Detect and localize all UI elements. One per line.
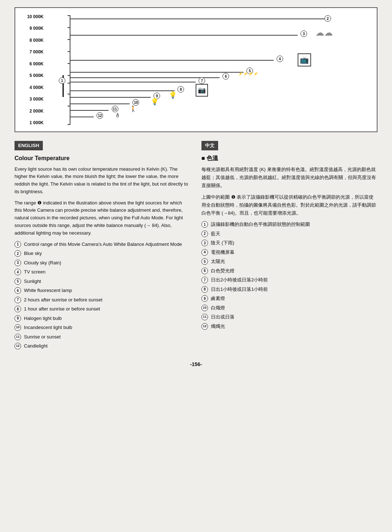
kelvin-6000: 6 000K — [22, 61, 44, 67]
kelvin-7000: 7 000K — [22, 49, 44, 55]
item-num-8: 8 — [15, 306, 21, 312]
list-item-zh: 5 太陽光 — [201, 258, 377, 265]
tv-icon: 📺 — [298, 53, 311, 66]
list-item: 2 Blue sky — [15, 250, 191, 257]
list-item: 9 Halogen light bulb — [15, 315, 191, 322]
list-item: 12 Candlelight — [15, 342, 191, 350]
item-num-1: 1 — [15, 241, 21, 248]
list-item: 8 1 hour after sunrise or before sunset — [15, 305, 191, 313]
list-item-zh: 6 白色熒光燈 — [201, 267, 377, 275]
item-num-2: 2 — [15, 250, 21, 257]
list-item: 4 TV screen — [15, 268, 191, 276]
line-10 — [70, 103, 130, 104]
circle-1-diagram: 1 — [59, 77, 65, 84]
v-axis — [70, 15, 70, 124]
zh-num-10: 10 — [201, 305, 208, 311]
list-item-zh: 7 日出2小時後或日落2小時前 — [201, 276, 377, 284]
tick-8000 — [68, 39, 70, 40]
text-section: ENGLISH Colour Temperature Every light s… — [15, 141, 377, 352]
kelvin-8000: 8 000K — [22, 37, 44, 44]
item-text-1: Control range of this Movie Camera's Aut… — [24, 241, 191, 248]
zh-text-2: 藍天 — [211, 230, 377, 237]
kelvin-3000: 3 000K — [22, 96, 44, 102]
list-item: 1 Control range of this Movie Camera's A… — [15, 241, 191, 248]
item-text-10: Incandescent light bulb — [24, 324, 191, 331]
item-num-10: 10 — [15, 324, 21, 331]
line-5 — [70, 72, 244, 73]
zh-text-7: 日出2小時後或日落2小時前 — [211, 276, 377, 284]
item-text-3: Cloudy sky (Rain) — [24, 259, 191, 267]
item-text-6: White fluorescent lamp — [24, 287, 191, 294]
circle-4-diagram: 4 — [277, 56, 283, 62]
tick-2000 — [68, 106, 70, 106]
line-2 — [70, 19, 324, 19]
bulb-icon-10: 💡 — [151, 97, 159, 107]
kelvin-5000: 5 000K — [22, 72, 44, 79]
zh-num-5: 5 — [201, 258, 208, 265]
cloud-icon: ☁☁ — [315, 26, 333, 39]
list-item-zh: 11 日出或日落 — [201, 313, 377, 321]
page: 10 000K 9 000K 8 000K 7 000K 6 000K 5 00… — [0, 0, 392, 532]
circle-8-diagram: 8 — [177, 86, 184, 93]
item-num-11: 11 — [15, 334, 21, 340]
zh-text-6: 白色熒光燈 — [211, 267, 377, 275]
list-item: 6 White fluorescent lamp — [15, 287, 191, 294]
english-title: Colour Temperature — [15, 154, 191, 163]
zh-num-1: 1 — [201, 221, 208, 228]
zh-num-8: 8 — [201, 286, 208, 293]
circle-7-diagram: 7 — [199, 77, 205, 84]
kelvin-4000: 4 000K — [22, 84, 44, 91]
item-text-7: 2 hours after sunrise or before sunset — [24, 296, 191, 304]
circle-6-diagram: 6 — [222, 73, 229, 80]
list-item-zh: 2 藍天 — [201, 230, 377, 237]
diagram-box: 10 000K 9 000K 8 000K 7 000K 6 000K 5 00… — [15, 7, 377, 132]
list-item: 11 Sunrise or sunset — [15, 333, 191, 341]
col-english: ENGLISH Colour Temperature Every light s… — [15, 141, 191, 352]
item-text-5: Sunlight — [24, 278, 191, 285]
zh-num-3: 3 — [201, 240, 208, 246]
tick-6000 — [68, 63, 70, 64]
english-list: 1 Control range of this Movie Camera's A… — [15, 241, 191, 350]
list-item-zh: 8 日出1小時後或日落1小時前 — [201, 286, 377, 293]
line-4 — [70, 60, 274, 61]
camera-icon: 📷 — [196, 84, 208, 97]
circle-12-diagram: 12 — [97, 112, 103, 119]
tick-top — [68, 15, 70, 16]
list-item-zh: 3 陰天 (下雨) — [201, 239, 377, 247]
list-item: 5 Sunlight — [15, 278, 191, 285]
circle-2-diagram: 2 — [324, 15, 331, 22]
tick-5000 — [68, 75, 70, 76]
kelvin-9000: 9 000K — [22, 25, 44, 32]
item-text-8: 1 hour after sunrise or before sunset — [24, 305, 191, 313]
zh-text-9: 鹵素燈 — [211, 295, 377, 302]
zh-text-8: 日出1小時後或日落1小時前 — [211, 286, 377, 293]
line-7 — [70, 82, 196, 82]
zh-num-9: 9 — [201, 295, 208, 302]
page-number: -156- — [15, 361, 377, 368]
line-11 — [70, 110, 109, 111]
tick-1000 — [68, 124, 70, 125]
line-12 — [70, 117, 94, 117]
list-item: 3 Cloudy sky (Rain) — [15, 259, 191, 267]
item-text-12: Candlelight — [24, 342, 191, 350]
zh-text-5: 太陽光 — [211, 258, 377, 265]
zh-num-12: 12 — [201, 323, 208, 330]
list-item-zh: 9 鹵素燈 — [201, 295, 377, 302]
list-item-zh: 1 該攝錄影機的自動白色平衡調節狀態的控制範圍 — [201, 221, 377, 228]
list-item-zh: 4 電視機屏幕 — [201, 249, 377, 256]
zh-num-4: 4 — [201, 249, 208, 256]
item-num-6: 6 — [15, 287, 21, 294]
item-text-11: Sunrise or sunset — [24, 333, 191, 341]
zh-text-1: 該攝錄影機的自動白色平衡調節狀態的控制範圍 — [211, 221, 377, 228]
zh-text-3: 陰天 (下雨) — [211, 239, 377, 247]
tick-3000 — [68, 94, 70, 94]
list-item-zh: 10 白熾燈 — [201, 304, 377, 312]
bulb-icon-9: 💡 — [169, 90, 177, 100]
zh-text-10: 白熾燈 — [211, 304, 377, 312]
english-para1: Every light source has its own colour te… — [15, 166, 191, 196]
tick-9000 — [68, 27, 70, 28]
circle-3-diagram: 3 — [301, 31, 307, 37]
kelvin-1000: 1 000K — [22, 119, 44, 126]
kelvin-2000: 2 000K — [22, 108, 44, 114]
english-para2: The range ❶ indicated in the illustratio… — [15, 199, 191, 237]
